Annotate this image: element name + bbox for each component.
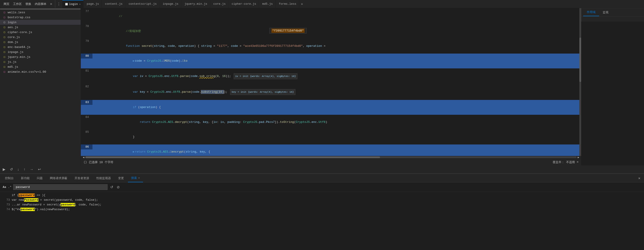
nav-webpage[interactable]: 网页 — [3, 2, 10, 6]
sidebar-filename-animate-css: animate.min.css?v=1.00 — [8, 70, 46, 74]
line-number-80: 80 — [81, 54, 92, 59]
sidebar-item-bootstrap-css[interactable]: ◻ bootstrap.css — [0, 15, 80, 20]
css-icon: ◻ — [3, 16, 6, 19]
v-scrollbar-thumb[interactable] — [579, 38, 581, 82]
tab-cipher-core-js[interactable]: cipher-core.js — [229, 0, 259, 8]
h-scrollbar[interactable]: ◀ ▶ — [81, 156, 581, 159]
tab-login[interactable]: ⬜ login ✕ — [62, 0, 84, 8]
devtools-tab-issues[interactable]: 问题 — [34, 174, 46, 182]
code-editor[interactable]: 77 // 78 //前端加密 79 — [81, 8, 581, 165]
scope-tab-watch[interactable]: 监视 — [599, 8, 612, 16]
tab-label-jquery-min-js: jquery.min.js — [184, 2, 207, 6]
annotation-82: key = init {words: Array(4), sigBytes: 1… — [230, 89, 296, 95]
sidebar-item-md5-js[interactable]: ◻ md5.js — [0, 64, 80, 69]
tab-forms-less[interactable]: forms.less — [276, 0, 299, 8]
devtools-tab-network-block[interactable]: 网络请求屏蔽 — [47, 174, 70, 182]
tab-page-js[interactable]: page.js — [84, 0, 102, 8]
scope-tab-active[interactable]: 作用域 — [583, 8, 599, 16]
v-scrollbar[interactable] — [579, 8, 581, 156]
tab-menu-button[interactable]: ⋮ — [56, 2, 62, 6]
less-icon: ◻ — [3, 11, 6, 14]
editor-area: ◻ wells.less ◻ bootstrap.css ◻ login ◻ a… — [0, 8, 644, 165]
search-results[interactable]: if (ypassword == ){ 73 var newPassword =… — [0, 192, 644, 250]
code-line-85: 85 } — [81, 130, 581, 145]
scope-panel: 作用域 监视 — [581, 8, 644, 22]
tab-inpage-js[interactable]: inpage.js — [160, 0, 181, 8]
search-bar: Aa .* ↺ ⊘ — [0, 183, 644, 192]
line-content-81: var iv = CryptoJS.enc.Utf8.parse(code.su… — [92, 68, 581, 84]
devtools-tab-changes[interactable]: 变更 — [115, 174, 127, 182]
debug-reload-btn[interactable]: ↺ — [9, 166, 14, 172]
close-tab-login[interactable]: ✕ — [79, 3, 81, 6]
sidebar-item-inpage-js[interactable]: ◻ inpage.js — [0, 50, 80, 54]
result-line-69[interactable]: if (ypassword == ){ — [0, 193, 644, 198]
devtools-tab-new-feature[interactable]: 新功能 — [18, 174, 33, 182]
line-number-82: 82 — [81, 84, 92, 89]
sidebar-filename-aes-js: aes.js — [8, 26, 18, 29]
tab-contentscript-js[interactable]: contentscript.js — [126, 0, 160, 8]
nav-more[interactable]: » — [49, 2, 53, 6]
debug-step-out-btn[interactable]: → — [29, 167, 34, 172]
debug-step-into-btn[interactable]: ↑ — [23, 167, 26, 172]
code-scroll-area[interactable]: 77 // 78 //前端加密 79 — [81, 8, 581, 156]
tab-label-forms-less: forms.less — [279, 2, 296, 6]
line-content-79: function secret(string, code, operation)… — [92, 39, 581, 54]
sidebar-filename-dom-js: dom.js — [8, 41, 18, 44]
annotation-81: iv = init {words: Array(4), sigBytes: 16… — [234, 73, 298, 79]
sidebar-scroll[interactable]: ◻ wells.less ◻ bootstrap.css ◻ login ◻ a… — [0, 10, 80, 165]
debug-step-over-btn[interactable]: ↓ — [16, 167, 20, 172]
devtools-tab-console[interactable]: 控制台 — [2, 174, 17, 182]
devtools-tab-search-label: 搜索 — [131, 176, 137, 180]
close-search-tab[interactable]: ✕ — [138, 176, 140, 179]
sidebar-item-cipher-core-js[interactable]: ◻ cipher-core.js — [0, 30, 80, 35]
nav-content-script[interactable]: 内容脚本 — [34, 2, 47, 6]
sidebar-item-js-js[interactable]: ◻ js.js — [0, 59, 80, 64]
tab-content-js[interactable]: content.js — [102, 0, 126, 8]
debug-deactivate-btn[interactable]: ↩ — [37, 166, 42, 172]
devtools-tab-search[interactable]: 搜索 ✕ — [128, 174, 143, 182]
devtools-tabs: 控制台 新功能 问题 网络请求屏蔽 开发者资源 性能监视器 变更 搜索 ✕ ✕ — [0, 174, 644, 183]
result-text-73b: ...ar newPassword = secret(ypassword, co… — [12, 203, 640, 206]
result-line-74[interactable]: 74 $("#xpassword").val(newPassword); — [0, 207, 644, 212]
search-input[interactable] — [13, 184, 108, 190]
result-line-73a[interactable]: 73 var newPassword = secret(ypassword, c… — [0, 198, 644, 202]
sidebar-item-aes-js[interactable]: ◻ aes.js — [0, 25, 80, 30]
tab-label-cipher-core-js: cipher-core.js — [232, 2, 256, 6]
code-line-81: 81 var iv = CryptoJS.enc.Utf8.parse(code… — [81, 68, 581, 84]
result-line-73b[interactable]: 73 ...ar newPassword = secret(ypassword,… — [0, 202, 644, 207]
search-cancel-btn[interactable]: ⊘ — [116, 185, 120, 190]
tab-core-js[interactable]: core.js — [210, 0, 228, 8]
nav-workspace[interactable]: 工作区 — [12, 2, 23, 6]
code-line-82: 82 var key = CryptoJS.enc.Utf8.parse(cod… — [81, 84, 581, 100]
tab-label-contentscript-js: contentscript.js — [128, 2, 157, 6]
sidebar-item-dom-js[interactable]: ◻ dom.js — [0, 40, 80, 45]
sidebar-item-wells-less[interactable]: ◻ wells.less — [0, 10, 80, 15]
tab-md5-js[interactable]: md5.js — [260, 0, 276, 8]
sidebar-item-login[interactable]: ◻ login — [0, 20, 80, 25]
line-content-85: } — [92, 130, 581, 145]
tab-jquery-min-js[interactable]: jquery.min.js — [182, 0, 210, 8]
sidebar-filename-js-js: js.js — [8, 60, 16, 64]
sidebar-item-animate-css[interactable]: ◻ animate.min.css?v=1.00 — [0, 69, 80, 74]
h-scrollbar-thumb[interactable] — [85, 156, 380, 158]
sidebar-item-enc-base64-js[interactable]: ◻ enc-base64.js — [0, 45, 80, 50]
js-icon-2: ◻ — [3, 30, 6, 34]
nav-replace[interactable]: 替换 — [24, 2, 32, 6]
js-icon-3: ◻ — [3, 35, 6, 39]
result-linenum-74: 74 — [4, 208, 10, 211]
js-icon-6: ◻ — [3, 50, 6, 54]
tooltip-box: "f3991777154f4bd0" — [269, 28, 306, 34]
h-scrollbar-track[interactable] — [85, 156, 577, 158]
devtools-close-button[interactable]: ✕ — [636, 176, 642, 180]
devtools-tab-dev-resources[interactable]: 开发者资源 — [72, 174, 92, 182]
tabs-overflow-btn[interactable]: » — [300, 2, 304, 6]
devtools-tab-perf-monitor[interactable]: 性能监视器 — [93, 174, 114, 182]
search-refresh-btn[interactable]: ↺ — [109, 185, 114, 190]
sidebar-filename-inpage-js: inpage.js — [8, 50, 23, 54]
coverage-settings-icon[interactable]: ≡ — [577, 160, 578, 164]
line-content-78: //前端加密 — [92, 24, 581, 39]
sidebar-item-core-js[interactable]: ◻ core.js — [0, 35, 80, 40]
line-number-78: 78 — [81, 24, 92, 29]
debug-resume-btn[interactable]: ▶ — [2, 166, 6, 172]
sidebar-item-jquery-min-js[interactable]: ◻ jquery.min.js — [0, 54, 80, 59]
